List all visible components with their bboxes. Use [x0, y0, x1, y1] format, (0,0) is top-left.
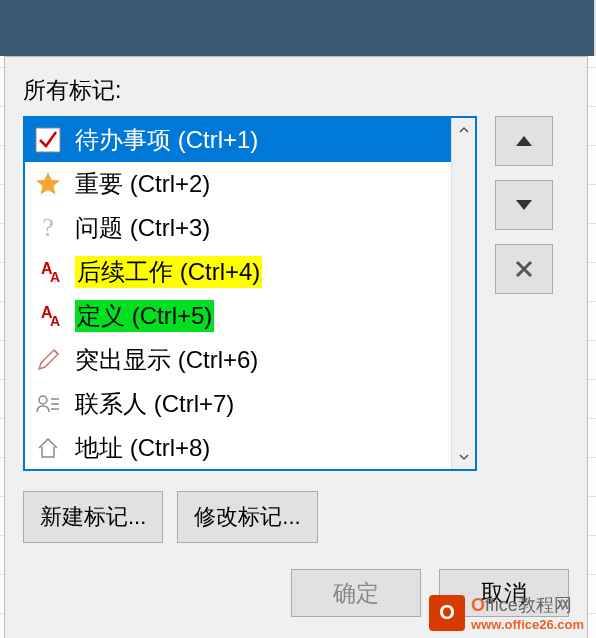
scrollbar[interactable]: [451, 118, 475, 469]
home-icon: [29, 429, 67, 467]
item-label: 待办事项 (Ctrl+1): [75, 124, 258, 156]
scroll-track[interactable]: [452, 142, 475, 445]
item-label: 问题 (Ctrl+3): [75, 212, 210, 244]
list-item-todo[interactable]: 待办事项 (Ctrl+1): [25, 118, 451, 162]
office-logo-icon: O: [429, 595, 465, 631]
svg-rect-0: [36, 128, 60, 152]
list-item-address[interactable]: 地址 (Ctrl+8): [25, 426, 451, 469]
triangle-down-icon: [515, 199, 533, 211]
item-label: 重要 (Ctrl+2): [75, 168, 210, 200]
scroll-up-icon[interactable]: [452, 118, 475, 142]
list-item-definition[interactable]: AA 定义 (Ctrl+5): [25, 294, 451, 338]
item-label: 地址 (Ctrl+8): [75, 432, 210, 464]
tags-listbox[interactable]: 待办事项 (Ctrl+1) 重要 (Ctrl+2) ? 问题 (Ctrl+3): [23, 116, 477, 471]
question-icon: ?: [29, 209, 67, 247]
item-label: 后续工作 (Ctrl+4): [75, 256, 262, 288]
svg-point-6: [39, 396, 47, 404]
aa-icon: AA: [29, 297, 67, 335]
watermark-url: www.office26.com: [471, 617, 584, 632]
pen-icon: [29, 341, 67, 379]
list-item-contact[interactable]: 联系人 (Ctrl+7): [25, 382, 451, 426]
watermark: O Office教程网 www.office26.com: [429, 593, 584, 632]
item-label: 突出显示 (Ctrl+6): [75, 344, 258, 376]
list-item-followup[interactable]: AA 后续工作 (Ctrl+4): [25, 250, 451, 294]
item-label: 联系人 (Ctrl+7): [75, 388, 234, 420]
move-down-button[interactable]: [495, 180, 553, 230]
x-icon: [514, 259, 534, 279]
star-icon: [29, 165, 67, 203]
title-bar: [0, 0, 596, 56]
modify-tag-button[interactable]: 修改标记...: [177, 491, 317, 543]
item-label: 定义 (Ctrl+5): [75, 300, 214, 332]
list-item-question[interactable]: ? 问题 (Ctrl+3): [25, 206, 451, 250]
new-tag-button[interactable]: 新建标记...: [23, 491, 163, 543]
checkmark-icon: [29, 121, 67, 159]
move-up-button[interactable]: [495, 116, 553, 166]
aa-icon: AA: [29, 253, 67, 291]
triangle-up-icon: [515, 135, 533, 147]
all-tags-label: 所有标记:: [23, 75, 569, 106]
svg-text:A: A: [50, 269, 60, 285]
scroll-down-icon[interactable]: [452, 445, 475, 469]
watermark-brand: Office教程网: [471, 593, 584, 617]
ok-button[interactable]: 确定: [291, 569, 421, 617]
list-item-important[interactable]: 重要 (Ctrl+2): [25, 162, 451, 206]
list-item-highlight[interactable]: 突出显示 (Ctrl+6): [25, 338, 451, 382]
svg-text:?: ?: [42, 214, 54, 242]
contact-icon: [29, 385, 67, 423]
delete-button[interactable]: [495, 244, 553, 294]
svg-text:A: A: [50, 313, 60, 329]
tags-dialog: 所有标记: 待办事项 (Ctrl+1) 重要 (Ctrl+2): [4, 56, 588, 638]
